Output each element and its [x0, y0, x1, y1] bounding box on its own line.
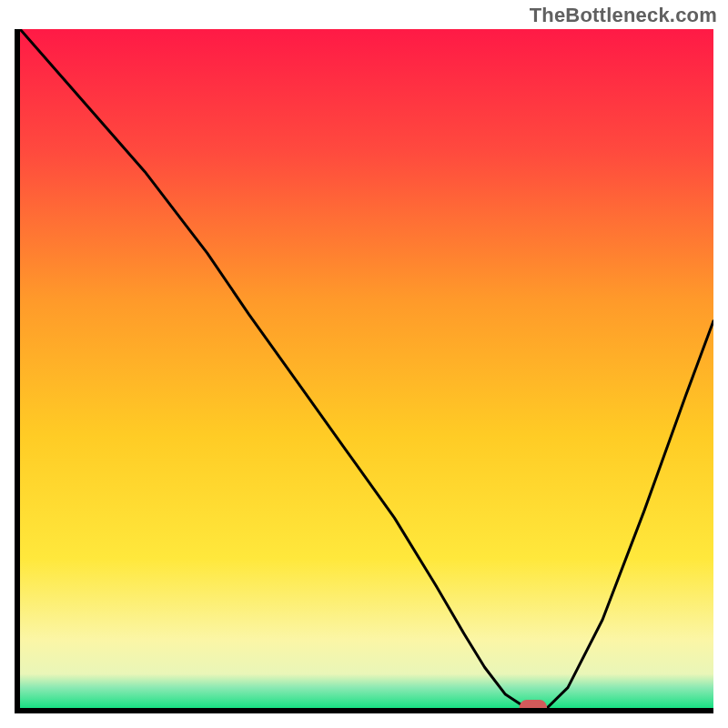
- watermark-text: TheBottleneck.com: [530, 4, 717, 27]
- gradient-background: [20, 29, 713, 708]
- chart-area: [15, 29, 713, 713]
- chart-svg: [20, 29, 713, 708]
- min-marker: [520, 700, 547, 708]
